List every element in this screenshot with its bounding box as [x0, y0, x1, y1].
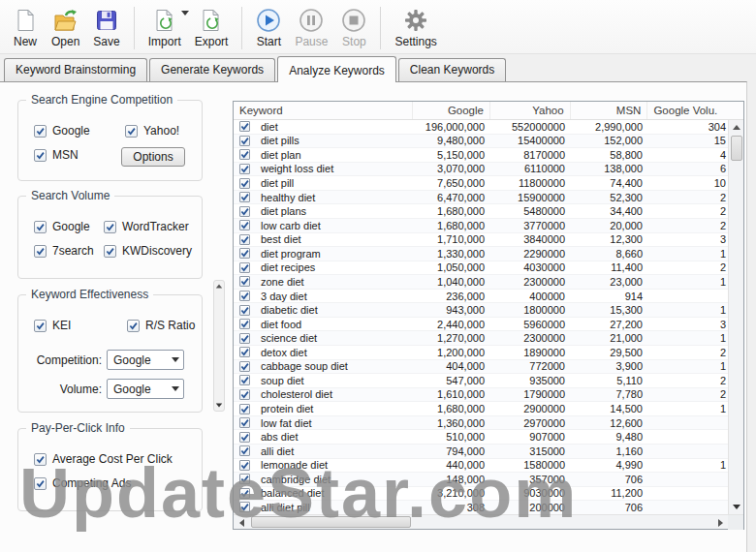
checkbox-r-s-ratio[interactable]: R/S Ratio	[127, 319, 202, 332]
checkbox-row[interactable]	[239, 361, 250, 372]
checkbox-box[interactable]	[125, 125, 138, 138]
toolbar-button-settings[interactable]: Settings	[388, 5, 443, 50]
checkbox-box[interactable]	[34, 320, 47, 332]
checkbox-row[interactable]	[239, 347, 250, 357]
checkbox-box[interactable]	[239, 262, 250, 273]
checkbox-box[interactable]	[239, 417, 250, 428]
checkbox-row[interactable]	[239, 432, 250, 443]
table-row-diet-plan[interactable]: diet plan5,150,000817000058,8004	[234, 148, 728, 163]
checkbox-row[interactable]	[239, 178, 250, 189]
checkbox-box[interactable]	[239, 347, 250, 357]
scroll-right-icon[interactable]	[712, 515, 728, 530]
checkbox-box[interactable]	[239, 502, 250, 512]
table-row-diet-pills[interactable]: diet pills9,480,00015400000152,00015	[234, 135, 728, 149]
checkbox-row[interactable]	[239, 389, 250, 400]
tab-generate-keywords[interactable]: Generate Keywords	[149, 58, 275, 81]
column-header-google-volume[interactable]: Google Volu.	[646, 102, 743, 119]
checkbox-box[interactable]	[239, 432, 250, 443]
checkbox-row[interactable]	[239, 262, 250, 273]
options-button[interactable]: Options	[121, 147, 185, 167]
horizontal-scrollbar[interactable]	[234, 514, 743, 529]
checkbox-row[interactable]	[239, 502, 250, 512]
table-row-protein-diet[interactable]: protein diet1,680,000290000014,5001	[234, 402, 728, 416]
checkbox-row[interactable]	[239, 220, 250, 230]
table-row-diet-food[interactable]: diet food2,440,000596000027,2003	[234, 318, 728, 332]
checkbox-row[interactable]	[239, 333, 250, 344]
table-row-diet[interactable]: diet196,000,0005520000002,990,000304	[234, 120, 728, 135]
checkbox-box[interactable]	[239, 220, 250, 230]
checkbox-row[interactable]	[239, 474, 250, 484]
table-row-low-fat-diet[interactable]: low fat diet1,360,000297000012,600	[234, 416, 728, 431]
checkbox-box[interactable]	[239, 474, 250, 484]
toolbar-button-new[interactable]: New	[6, 5, 45, 50]
toolbar-button-open[interactable]: Open	[45, 5, 86, 50]
table-row-alli-diet[interactable]: alli diet794,0003150001,160	[234, 445, 728, 459]
checkbox-box[interactable]	[239, 192, 250, 202]
toolbar-button-start[interactable]: Start	[249, 5, 288, 50]
checkbox-box[interactable]	[239, 248, 250, 259]
checkbox-box[interactable]	[34, 221, 47, 233]
checkbox-google[interactable]: Google	[34, 220, 104, 233]
checkbox-box[interactable]	[239, 488, 250, 499]
table-row-alli-diet-pill[interactable]: alli diet pill308200000706	[234, 501, 728, 514]
table-row-diabetic-diet[interactable]: diabetic diet943,000180000015,3001	[234, 303, 728, 318]
checkbox-row[interactable]	[239, 248, 250, 259]
panel-scrollbar[interactable]	[213, 280, 225, 412]
checkbox-box[interactable]	[239, 234, 250, 245]
checkbox-box[interactable]	[239, 389, 250, 400]
checkbox-7search[interactable]: 7search	[34, 244, 104, 258]
checkbox-box[interactable]	[239, 136, 250, 146]
checkbox-row[interactable]	[239, 488, 250, 499]
tab-analyze-keywords[interactable]: Analyze Keywords	[277, 56, 396, 82]
checkbox-box[interactable]	[239, 149, 250, 160]
checkbox-box[interactable]	[239, 291, 250, 301]
tab-clean-keywords[interactable]: Clean Keywords	[398, 58, 506, 81]
table-row-weight-loss-diet[interactable]: weight loss diet3,070,0006110000138,0006	[234, 163, 728, 177]
column-header-yahoo[interactable]: Yahoo	[489, 102, 570, 119]
checkbox-box[interactable]	[239, 276, 250, 287]
checkbox-row[interactable]	[239, 445, 250, 456]
column-header-keyword[interactable]: Keyword	[234, 102, 412, 119]
table-row-best-diet[interactable]: best diet1,710,000384000012,3003	[234, 233, 728, 248]
checkbox-box[interactable]	[239, 164, 250, 174]
vertical-scrollbar[interactable]	[728, 120, 743, 514]
table-row-diet-plans[interactable]: diet plans1,680,000548000034,4002	[234, 204, 728, 219]
scroll-down-icon[interactable]	[216, 404, 222, 408]
volume-select[interactable]: Google	[107, 379, 184, 399]
table-row-science-diet[interactable]: science diet1,270,000230000021,0001	[234, 331, 728, 346]
toolbar-button-export[interactable]: Export	[188, 5, 236, 50]
checkbox-row[interactable]	[239, 305, 250, 316]
checkbox-box[interactable]	[239, 319, 250, 329]
checkbox-box[interactable]	[239, 445, 250, 456]
checkbox-box[interactable]	[239, 333, 250, 344]
checkbox-google[interactable]: Google	[34, 124, 125, 138]
checkbox-box[interactable]	[239, 404, 250, 414]
checkbox-box[interactable]	[34, 149, 47, 162]
checkbox-row[interactable]	[239, 375, 250, 385]
checkbox-competing-ads[interactable]: Competing Ads	[34, 476, 202, 490]
column-header-msn[interactable]: MSN	[570, 102, 647, 119]
checkbox-row[interactable]	[239, 276, 250, 287]
checkbox-box[interactable]	[239, 178, 250, 189]
scroll-down-icon[interactable]	[729, 500, 744, 514]
table-row-cabbage-soup-diet[interactable]: cabbage soup diet404,0007720003,9001	[234, 360, 728, 375]
checkbox-average-cost-per-click[interactable]: Average Cost Per Click	[34, 452, 202, 466]
table-row-soup-diet[interactable]: soup diet547,0009350005,1102	[234, 374, 728, 388]
horizontal-scroll-thumb[interactable]	[251, 516, 411, 528]
scroll-up-icon[interactable]	[216, 285, 222, 289]
column-header-google[interactable]: Google	[412, 102, 489, 119]
table-row-diet-pill[interactable]: diet pill7,650,0001180000074,40010	[234, 176, 728, 191]
checkbox-box[interactable]	[34, 477, 47, 490]
checkbox-box[interactable]	[34, 453, 47, 466]
checkbox-row[interactable]	[239, 291, 250, 301]
checkbox-box[interactable]	[34, 125, 47, 138]
table-row-lemonade-diet[interactable]: lemonade diet440,00015800004,9901	[234, 459, 728, 474]
checkbox-wordtracker[interactable]: WordTracker	[104, 220, 202, 233]
table-row-healthy-diet[interactable]: healthy diet6,470,0001590000052,3002	[234, 191, 728, 205]
checkbox-box[interactable]	[34, 245, 47, 258]
checkbox-box[interactable]	[239, 375, 250, 385]
checkbox-box[interactable]	[239, 460, 250, 471]
table-row-detox-diet[interactable]: detox diet1,200,000189000029,5002	[234, 346, 728, 360]
checkbox-row[interactable]	[239, 319, 250, 329]
table-row-balanced-diet[interactable]: balanced diet3,210,000903000011,200	[234, 487, 728, 502]
